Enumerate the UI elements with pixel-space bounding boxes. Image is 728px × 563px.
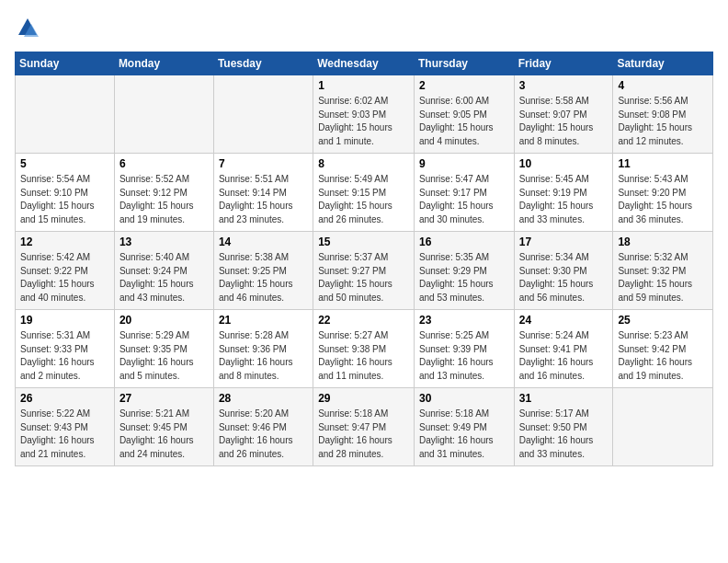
day-details: Sunrise: 5:17 AM Sunset: 9:50 PM Dayligh… [519,408,609,461]
calendar-day-cell: 13Sunrise: 5:40 AM Sunset: 9:24 PM Dayli… [114,232,213,310]
day-number: 9 [419,157,509,170]
day-number: 30 [419,392,509,405]
day-of-week-header: Monday [114,52,213,75]
day-details: Sunrise: 5:43 AM Sunset: 9:20 PM Dayligh… [618,173,708,226]
day-details: Sunrise: 5:28 AM Sunset: 9:36 PM Dayligh… [219,329,308,383]
day-number: 26 [20,392,109,405]
calendar-day-cell: 5Sunrise: 5:54 AM Sunset: 9:10 PM Daylig… [16,154,115,232]
day-of-week-header: Thursday [414,52,514,75]
calendar-day-cell: 7Sunrise: 5:51 AM Sunset: 9:14 PM Daylig… [213,154,313,232]
day-details: Sunrise: 5:23 AM Sunset: 9:42 PM Dayligh… [618,329,708,383]
day-number: 15 [318,236,409,248]
day-details: Sunrise: 5:37 AM Sunset: 9:27 PM Dayligh… [318,251,409,304]
day-details: Sunrise: 5:54 AM Sunset: 9:10 PM Dayligh… [20,173,109,226]
day-details: Sunrise: 5:21 AM Sunset: 9:45 PM Dayligh… [119,408,209,461]
calendar-week-row: 19Sunrise: 5:31 AM Sunset: 9:33 PM Dayli… [16,310,713,388]
day-number: 19 [20,314,109,327]
calendar-day-cell: 15Sunrise: 5:37 AM Sunset: 9:27 PM Dayli… [313,232,415,310]
calendar-day-cell: 19Sunrise: 5:31 AM Sunset: 9:33 PM Dayli… [16,310,115,388]
day-details: Sunrise: 5:49 AM Sunset: 9:15 PM Dayligh… [318,173,409,226]
day-number: 2 [419,79,509,92]
day-details: Sunrise: 5:42 AM Sunset: 9:22 PM Dayligh… [20,251,109,304]
calendar-day-cell: 30Sunrise: 5:18 AM Sunset: 9:49 PM Dayli… [414,388,514,466]
calendar-day-cell: 2Sunrise: 6:00 AM Sunset: 9:05 PM Daylig… [414,75,514,154]
calendar-day-cell [213,75,313,154]
day-number: 13 [119,236,209,248]
generalblue-logo-icon [15,15,40,40]
logo [15,15,44,40]
day-of-week-header: Sunday [16,52,115,75]
calendar-week-row: 26Sunrise: 5:22 AM Sunset: 9:43 PM Dayli… [16,388,713,466]
day-details: Sunrise: 5:32 AM Sunset: 9:32 PM Dayligh… [618,251,708,304]
day-details: Sunrise: 5:18 AM Sunset: 9:47 PM Dayligh… [318,408,409,461]
calendar-day-cell: 25Sunrise: 5:23 AM Sunset: 9:42 PM Dayli… [613,310,713,388]
calendar-day-cell [613,388,713,466]
calendar-day-cell: 16Sunrise: 5:35 AM Sunset: 9:29 PM Dayli… [414,232,514,310]
day-of-week-header: Friday [514,52,613,75]
day-number: 29 [318,392,409,405]
calendar-day-cell: 9Sunrise: 5:47 AM Sunset: 9:17 PM Daylig… [414,154,514,232]
calendar-day-cell: 28Sunrise: 5:20 AM Sunset: 9:46 PM Dayli… [213,388,313,466]
day-number: 27 [119,392,209,405]
calendar-day-cell: 26Sunrise: 5:22 AM Sunset: 9:43 PM Dayli… [16,388,115,466]
day-number: 3 [519,79,609,92]
calendar-day-cell: 27Sunrise: 5:21 AM Sunset: 9:45 PM Dayli… [114,388,213,466]
day-number: 21 [219,314,308,327]
page-header [15,15,713,40]
calendar-day-cell: 17Sunrise: 5:34 AM Sunset: 9:30 PM Dayli… [514,232,613,310]
day-details: Sunrise: 5:18 AM Sunset: 9:49 PM Dayligh… [419,408,509,461]
calendar-day-cell: 4Sunrise: 5:56 AM Sunset: 9:08 PM Daylig… [613,75,713,154]
calendar-day-cell: 24Sunrise: 5:24 AM Sunset: 9:41 PM Dayli… [514,310,613,388]
calendar-week-row: 5Sunrise: 5:54 AM Sunset: 9:10 PM Daylig… [16,154,713,232]
calendar-day-cell [16,75,115,154]
day-details: Sunrise: 5:22 AM Sunset: 9:43 PM Dayligh… [20,408,109,461]
day-details: Sunrise: 5:20 AM Sunset: 9:46 PM Dayligh… [219,408,308,461]
day-number: 4 [618,79,708,92]
calendar-day-cell: 21Sunrise: 5:28 AM Sunset: 9:36 PM Dayli… [213,310,313,388]
day-number: 14 [219,236,308,248]
day-details: Sunrise: 5:56 AM Sunset: 9:08 PM Dayligh… [618,95,708,148]
day-of-week-header: Wednesday [313,52,415,75]
day-details: Sunrise: 5:47 AM Sunset: 9:17 PM Dayligh… [419,173,509,226]
day-number: 25 [618,314,708,327]
calendar-day-cell: 14Sunrise: 5:38 AM Sunset: 9:25 PM Dayli… [213,232,313,310]
day-details: Sunrise: 5:51 AM Sunset: 9:14 PM Dayligh… [219,173,308,226]
calendar-day-cell [114,75,213,154]
calendar-day-cell: 22Sunrise: 5:27 AM Sunset: 9:38 PM Dayli… [313,310,415,388]
day-details: Sunrise: 5:25 AM Sunset: 9:39 PM Dayligh… [419,329,509,383]
calendar-day-cell: 6Sunrise: 5:52 AM Sunset: 9:12 PM Daylig… [114,154,213,232]
calendar-week-row: 12Sunrise: 5:42 AM Sunset: 9:22 PM Dayli… [16,232,713,310]
day-details: Sunrise: 5:29 AM Sunset: 9:35 PM Dayligh… [119,329,209,383]
day-number: 18 [618,236,708,248]
day-details: Sunrise: 6:02 AM Sunset: 9:03 PM Dayligh… [318,95,409,148]
calendar-header-row: SundayMondayTuesdayWednesdayThursdayFrid… [16,52,713,75]
calendar-day-cell: 11Sunrise: 5:43 AM Sunset: 9:20 PM Dayli… [613,154,713,232]
day-number: 1 [318,79,409,92]
day-number: 8 [318,157,409,170]
day-number: 16 [419,236,509,248]
day-details: Sunrise: 5:38 AM Sunset: 9:25 PM Dayligh… [219,251,308,304]
day-details: Sunrise: 5:58 AM Sunset: 9:07 PM Dayligh… [519,95,609,148]
day-number: 31 [519,392,609,405]
calendar-day-cell: 1Sunrise: 6:02 AM Sunset: 9:03 PM Daylig… [313,75,415,154]
day-number: 10 [519,157,609,170]
calendar-day-cell: 8Sunrise: 5:49 AM Sunset: 9:15 PM Daylig… [313,154,415,232]
day-details: Sunrise: 5:40 AM Sunset: 9:24 PM Dayligh… [119,251,209,304]
calendar-day-cell: 29Sunrise: 5:18 AM Sunset: 9:47 PM Dayli… [313,388,415,466]
day-number: 5 [20,157,109,170]
day-number: 11 [618,157,708,170]
calendar-day-cell: 23Sunrise: 5:25 AM Sunset: 9:39 PM Dayli… [414,310,514,388]
day-number: 12 [20,236,109,248]
day-of-week-header: Saturday [613,52,713,75]
day-details: Sunrise: 5:24 AM Sunset: 9:41 PM Dayligh… [519,329,609,383]
day-details: Sunrise: 5:34 AM Sunset: 9:30 PM Dayligh… [519,251,609,304]
calendar-day-cell: 3Sunrise: 5:58 AM Sunset: 9:07 PM Daylig… [514,75,613,154]
calendar-table: SundayMondayTuesdayWednesdayThursdayFrid… [15,52,713,466]
day-details: Sunrise: 5:52 AM Sunset: 9:12 PM Dayligh… [119,173,209,226]
calendar-day-cell: 12Sunrise: 5:42 AM Sunset: 9:22 PM Dayli… [16,232,115,310]
day-details: Sunrise: 5:31 AM Sunset: 9:33 PM Dayligh… [20,329,109,383]
day-number: 17 [519,236,609,248]
day-number: 22 [318,314,409,327]
calendar-week-row: 1Sunrise: 6:02 AM Sunset: 9:03 PM Daylig… [16,75,713,154]
day-number: 20 [119,314,209,327]
